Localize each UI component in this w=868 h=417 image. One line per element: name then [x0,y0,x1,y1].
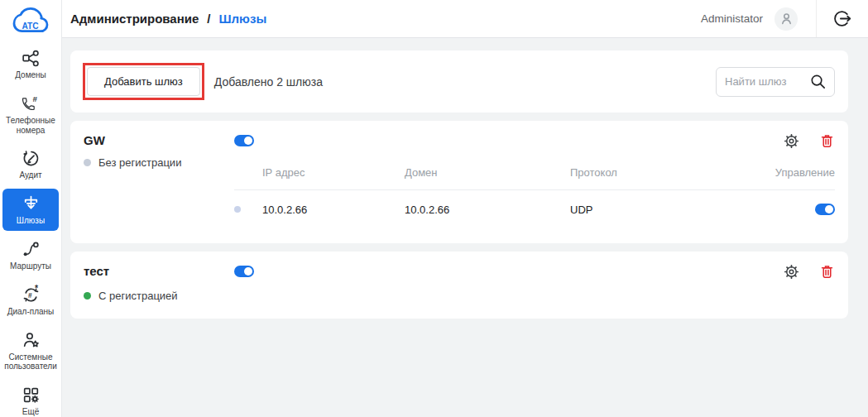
gateway-name: GW [84,133,105,147]
table-header-ip: IP адрес [262,166,405,179]
gear-icon [784,264,799,280]
search-input[interactable] [725,75,808,88]
content: Добавить шлюз Добавлено 2 шлюза [62,38,868,417]
trash-icon [819,263,835,280]
breadcrumb: Администрирование / Шлюзы [70,12,266,26]
trash-icon [819,132,835,149]
sidebar-item-label: Ещё [22,407,39,417]
breadcrumb-separator: / [207,12,210,26]
row-protocol: UDP [570,204,744,216]
sidebar-item-domains[interactable]: Домены [2,43,59,85]
sidebar-nav: Домены # Телефонные номера Аудит [0,41,61,417]
sidebar-item-label: Телефонные номера [4,116,57,136]
current-user-name: Administator [701,12,763,25]
gateway-name: тест [84,264,109,278]
avatar [774,7,798,31]
gateway-body: Без регистрации IP адрес Домен Протокол … [84,149,835,228]
audit-icon [21,148,41,169]
table-row: 10.0.2.66 10.0.2.66 UDP [234,190,835,228]
svg-text:ATC: ATC [22,22,39,31]
gateway-header: GW [84,132,835,149]
sidebar-item-label: Шлюзы [17,216,45,226]
logout-button[interactable] [817,8,868,29]
domains-icon [21,48,41,69]
main-area: Администрирование / Шлюзы Administator [62,0,868,417]
table-header-management: Управление [775,166,835,179]
more-icon [21,385,41,405]
cloud-logo-icon: ATC [12,4,50,37]
gateway-enabled-toggle[interactable] [234,135,254,146]
sidebar-item-phone-numbers[interactable]: # Телефонные номера [2,89,59,141]
dial-plans-icon: # * [21,285,41,305]
gateway-status: С регистрацией [84,290,835,302]
gateways-count-text: Добавлено 2 шлюза [214,75,323,89]
gateway-card-gw: GW [70,121,848,243]
sidebar-item-dial-plans[interactable]: # * Диал-планы [2,280,59,322]
sidebar-item-routes[interactable]: Маршруты [2,234,59,276]
gateway-status-label: Без регистрации [98,156,181,169]
gateway-settings-button[interactable] [784,133,799,149]
row-enabled-toggle[interactable] [815,204,835,215]
add-gateway-button[interactable]: Добавить шлюз [87,67,200,96]
gateway-status-label: С регистрацией [98,290,178,302]
search-button[interactable] [808,72,827,91]
svg-text:#: # [32,94,37,103]
table-header-protocol: Протокол [570,166,744,179]
svg-text:#: # [27,291,31,300]
sidebar-item-label: Маршруты [10,261,51,271]
routes-icon [21,239,41,260]
sidebar-item-more[interactable]: Ещё [2,380,59,417]
add-gateway-annotation-wrap: Добавить шлюз [83,63,204,100]
breadcrumb-root[interactable]: Администрирование [70,12,199,26]
row-status-dot [234,206,241,213]
gateway-actions [784,263,835,280]
user-icon [779,12,794,26]
gear-icon [784,133,799,149]
gateway-delete-button[interactable] [819,132,835,149]
search-box [716,67,835,97]
sidebar: ATC Домены # Телеф [0,0,62,417]
gateway-table: IP адрес Домен Протокол Управление 10.0.… [234,156,835,228]
gateway-status: Без регистрации [84,156,234,169]
sidebar-item-system-users[interactable]: Системные пользователи [2,325,59,377]
gateway-card-test: тест [70,252,848,319]
search-icon [808,72,827,91]
toolbar-card: Добавить шлюз Добавлено 2 шлюза [70,50,848,113]
gateway-actions [784,132,835,149]
sidebar-item-label: Системные пользователи [4,352,57,372]
gateway-enabled-toggle[interactable] [234,266,254,277]
sidebar-item-gateways[interactable]: Шлюзы [2,189,59,231]
status-dot [84,292,91,300]
phone-numbers-icon: # [21,93,41,114]
gateway-delete-button[interactable] [819,263,835,280]
gateway-header: тест [84,263,835,280]
status-dot [84,159,91,166]
system-users-icon [21,330,41,351]
row-domain: 10.0.2.66 [405,204,570,216]
row-ip-address: 10.0.2.66 [262,204,405,216]
sidebar-item-label: Диал-планы [7,307,55,317]
topbar: Администрирование / Шлюзы Administator [62,0,868,38]
table-header-domain: Домен [405,166,570,179]
app-logo: ATC [12,0,50,41]
logout-icon [832,8,853,29]
topbar-right: Administator [701,0,868,37]
gateways-icon [21,194,41,214]
gateway-settings-button[interactable] [784,264,799,280]
breadcrumb-current[interactable]: Шлюзы [219,12,267,26]
sidebar-item-label: Аудит [19,170,41,180]
sidebar-item-label: Домены [15,70,46,80]
table-header-row: IP адрес Домен Протокол Управление [234,156,835,190]
app-root: ATC Домены # Телеф [0,0,868,417]
sidebar-item-audit[interactable]: Аудит [2,143,59,185]
